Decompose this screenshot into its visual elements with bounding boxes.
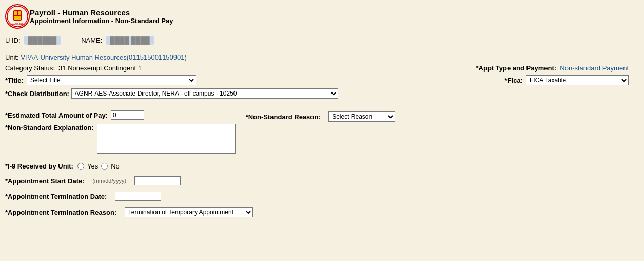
appt-term-reason-row: *Appointment Termination Reason: Termina… [5, 207, 639, 217]
fica-row: *Fica: FICA Taxable [505, 75, 639, 85]
check-dist-select[interactable]: AGNR-AES-Associate Director, NERA - off … [71, 88, 338, 99]
svg-rect-3 [18, 11, 21, 15]
explanation-label: *Non-Standard Explanation: [5, 124, 94, 132]
appt-type-row: *Appt Type and Payment: Non-standard Pay… [476, 64, 639, 72]
unit-row: Unit: VPAA-University Human Resources(01… [5, 53, 639, 61]
estimated-pay-row: *Estimated Total Amount of Pay: [5, 110, 236, 120]
name-label: NAME: [81, 36, 102, 44]
i9-yes-label: Yes [87, 162, 98, 170]
header-text-block: Payroll - Human Resources Appointment In… [30, 8, 173, 25]
title-label: *Title: [5, 77, 24, 84]
title-select[interactable]: Select Title [27, 75, 196, 85]
svg-rect-2 [14, 11, 17, 15]
name-field: NAME: ████ ████ [81, 36, 154, 45]
category-value: 31,Nonexempt,Contingent 1 [58, 64, 142, 72]
check-dist-label: *Check Distribution: [5, 90, 69, 98]
check-dist-row: *Check Distribution: AGNR-AES-Associate … [5, 88, 639, 99]
explanation-textarea[interactable] [97, 124, 236, 154]
pay-left: *Estimated Total Amount of Pay: *Non-Sta… [5, 110, 236, 154]
unit-label: Unit: [5, 53, 19, 61]
fica-label: *Fica: [505, 77, 523, 84]
i9-label: *I-9 Received by Unit: [5, 162, 73, 170]
i9-row: *I-9 Received by Unit: Yes No [5, 162, 639, 170]
i9-section: *I-9 Received by Unit: Yes No *Appointme… [0, 157, 644, 223]
app-title-line2: Appointment Information - Non-Standard P… [30, 17, 173, 25]
category-label: Category Status: [5, 64, 55, 72]
svg-text:MARYLAND: MARYLAND [12, 23, 24, 25]
appt-type-label: *Appt Type and Payment: [476, 64, 557, 72]
svg-rect-4 [14, 16, 21, 20]
appt-term-date-row: *Appointment Termination Date: [5, 192, 639, 201]
app-header: MARYLAND Payroll - Human Resources Appoi… [0, 0, 644, 33]
non-standard-reason-row: *Non-Standard Reason: Select Reason [246, 110, 396, 122]
uid-row: U ID: ██████ NAME: ████ ████ [0, 33, 644, 48]
appt-term-date-input[interactable] [115, 192, 161, 201]
fica-select[interactable]: FICA Taxable [526, 75, 629, 85]
i9-no-radio[interactable] [101, 163, 108, 170]
appt-term-reason-select[interactable]: Termination of Temporary Appointment [125, 207, 253, 217]
university-logo: MARYLAND [5, 4, 30, 29]
non-standard-reason-label: *Non-Standard Reason: [246, 113, 321, 121]
appt-term-reason-label: *Appointment Termination Reason: [5, 209, 116, 216]
i9-radio-group: Yes No [77, 162, 120, 170]
i9-yes-radio[interactable] [77, 163, 84, 170]
app-title-line1: Payroll - Human Resources [30, 8, 173, 17]
category-row: Category Status: 31,Nonexempt,Contingent… [5, 64, 142, 72]
i9-no-label: No [111, 162, 120, 170]
name-value: ████ ████ [106, 36, 154, 45]
appt-start-format: (mm/dd/yyyy) [92, 178, 126, 184]
uid-field: U ID: ██████ [5, 36, 61, 45]
uid-value: ██████ [24, 36, 61, 45]
pay-section: *Estimated Total Amount of Pay: *Non-Sta… [0, 105, 644, 157]
estimated-pay-input[interactable] [111, 110, 144, 120]
unit-value[interactable]: VPAA-University Human Resources(01151500… [21, 53, 187, 61]
top-section: Unit: VPAA-University Human Resources(01… [0, 48, 644, 105]
title-row: *Title: Select Title [5, 75, 196, 85]
appt-type-value[interactable]: Non-standard Payment [560, 64, 629, 72]
explanation-row: *Non-Standard Explanation: [5, 124, 236, 154]
uid-label: U ID: [5, 36, 21, 44]
appt-term-date-label: *Appointment Termination Date: [5, 193, 107, 200]
appt-start-row: *Appointment Start Date: (mm/dd/yyyy) [5, 176, 639, 185]
appt-start-input[interactable] [134, 176, 181, 185]
appt-start-label: *Appointment Start Date: [5, 177, 85, 185]
estimated-pay-label: *Estimated Total Amount of Pay: [5, 111, 108, 119]
non-standard-reason-select[interactable]: Select Reason [328, 111, 395, 122]
